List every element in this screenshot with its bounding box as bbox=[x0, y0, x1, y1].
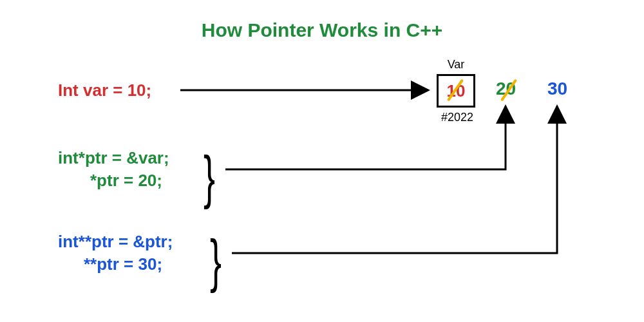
brace-icon: } bbox=[204, 155, 215, 200]
page-title: How Pointer Works in C++ bbox=[0, 19, 644, 41]
value-third: 30 bbox=[547, 79, 567, 99]
code-line-3a: int**ptr = &ptr; bbox=[58, 232, 173, 252]
code-line-2a: int*ptr = &var; bbox=[58, 148, 169, 168]
code-line-1: Int var = 10; bbox=[58, 80, 151, 100]
address-label: #2022 bbox=[431, 111, 483, 124]
var-label: Var bbox=[437, 58, 475, 71]
arrow-line-3 bbox=[232, 106, 557, 253]
code-line-3b: **ptr = 30; bbox=[84, 254, 162, 274]
brace-icon: } bbox=[210, 238, 222, 283]
code-line-2b: *ptr = 20; bbox=[90, 171, 162, 191]
